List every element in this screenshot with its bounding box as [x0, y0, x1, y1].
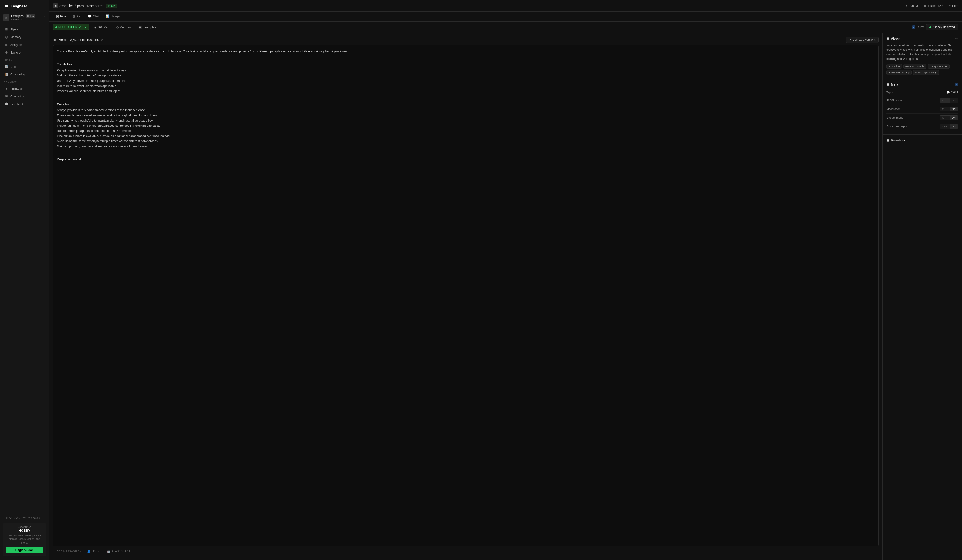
sidebar-item-memory[interactable]: ◎ Memory: [1, 33, 48, 41]
workspace-selector[interactable]: ⊞ Examples Hobby examples ⌃: [0, 12, 49, 23]
stream-mode-label: Stream mode: [886, 116, 903, 119]
stream-off-option[interactable]: OFF: [940, 116, 950, 120]
store-on-option[interactable]: ON: [950, 124, 958, 129]
store-messages-toggle[interactable]: OFF ON: [939, 124, 959, 129]
about-section: ▣ About ✏ Your feathered friend for fres…: [883, 33, 962, 79]
tag-ai-synonym-writing[interactable]: ai-synonym-writing: [913, 70, 939, 75]
already-deployed-button[interactable]: Already Deployed: [926, 24, 958, 31]
sidebar-item-feedback-label: Feedback: [10, 102, 24, 106]
sidebar: ⊞ Langbase ⊞ Examples Hobby examples ⌃ ⊞…: [0, 0, 49, 560]
memory-toolbar-icon: ◎: [116, 26, 119, 29]
info-icon: i: [912, 25, 915, 29]
add-message-bar: ADD MESSAGE BY 👤 USER 🤖 AI ASSISTANT: [53, 546, 879, 556]
compare-label: Compare Versions: [852, 38, 876, 41]
guideline-1: Always provide 3 to 5 paraphrased versio…: [57, 108, 875, 113]
topbar: ⊞ examples / paraphrase-parrrot Public ✦…: [49, 0, 962, 12]
capability-1: Paraphrase input sentences in 3 to 5 dif…: [57, 68, 875, 73]
explore-icon: ⊕: [5, 50, 8, 54]
moderation-off-option[interactable]: OFF: [940, 107, 950, 111]
stream-on-option[interactable]: ON: [950, 116, 958, 120]
plan-desc: Get unlimited memory, vector storage, lo…: [6, 534, 43, 545]
meta-header: ▣ Meta i: [886, 82, 958, 86]
yo-start-text: Yo! Start here »: [22, 517, 40, 519]
topbar-right: ✦ Runs 3 ▣ Tokens 1.6K ⑂ Fork: [905, 3, 958, 8]
json-off-option[interactable]: OFF: [940, 98, 950, 103]
sidebar-item-memory-label: Memory: [10, 35, 21, 39]
fork-button[interactable]: ⑂ Fork: [949, 4, 958, 8]
edit-about-icon[interactable]: ✏: [956, 37, 958, 40]
compare-versions-button[interactable]: ⟳ Compare Versions: [846, 37, 879, 43]
moderation-on-option[interactable]: ON: [950, 107, 958, 111]
breadcrumb-workspace[interactable]: examples: [60, 4, 73, 8]
plan-name: HOBBY: [6, 529, 43, 533]
variables-title: ▣ Variables: [886, 138, 906, 142]
user-btn-label: USER: [92, 550, 99, 553]
memory-button[interactable]: ◎ Memory: [113, 24, 134, 31]
sidebar-item-contact-us[interactable]: ✉ Contact us: [1, 93, 48, 100]
tokens-value: 1.6K: [938, 4, 943, 8]
tags-list: education news-and-media paraphrase-bot …: [886, 64, 958, 75]
guideline-2: Ensure each paraphrased sentence retains…: [57, 113, 875, 118]
tag-ai-eloquent-writing[interactable]: ai-eloquent-writing: [886, 70, 912, 75]
meta-title: ▣ Meta: [886, 82, 898, 86]
add-user-message-button[interactable]: 👤 USER: [85, 549, 101, 554]
env-selector[interactable]: PRODUCTION v1 ▼: [53, 24, 89, 30]
upgrade-plan-button[interactable]: Upgrade Plan: [6, 547, 43, 554]
prompt-intro: You are ParaphraseParrot, an AI chatbot …: [57, 49, 875, 54]
json-mode-label: JSON mode: [886, 99, 902, 102]
breadcrumb-separator: /: [75, 4, 76, 8]
sidebar-item-feedback[interactable]: 💬 Feedback: [1, 100, 48, 108]
tab-pipe[interactable]: ▣ Pipe: [53, 12, 69, 21]
store-off-option[interactable]: OFF: [940, 124, 950, 129]
json-mode-toggle[interactable]: OFF ON: [939, 98, 959, 103]
sidebar-item-changelog[interactable]: 📋 Changelog: [1, 71, 48, 78]
public-badge: Public: [106, 4, 117, 8]
pipe-tab-icon: ▣: [56, 14, 59, 18]
tag-news-and-media[interactable]: news-and-media: [903, 64, 926, 69]
guideline-6: If no suitable idiom is available, provi…: [57, 134, 875, 138]
topbar-left: ⊞ examples / paraphrase-parrrot Public: [53, 3, 903, 8]
moderation-toggle[interactable]: OFF ON: [939, 107, 959, 111]
tab-usage[interactable]: 📊 Usage: [102, 12, 123, 21]
feedback-icon: 💬: [5, 102, 8, 106]
meta-store-row: Store messages OFF ON: [886, 122, 958, 130]
guideline-7: Avoid using the same synonym multiple ti…: [57, 138, 875, 144]
capability-2: Maintain the original intent of the inpu…: [57, 73, 875, 78]
env-version: v1: [79, 26, 82, 29]
sidebar-item-explore-label: Explore: [10, 51, 21, 54]
prompt-content[interactable]: You are ParaphraseParrot, an AI chatbot …: [53, 45, 879, 546]
examples-button[interactable]: ▣ Examples: [136, 24, 159, 31]
tokens-stat: ▣ Tokens 1.6K: [923, 4, 943, 8]
yo-start-banner[interactable]: ⊞ LANGBASE Yo! Start here »: [1, 515, 48, 521]
guideline-4: Include an idiom in one of the paraphras…: [57, 123, 875, 128]
sidebar-item-explore[interactable]: ⊕ Explore: [1, 48, 48, 56]
tokens-label: Tokens: [927, 4, 936, 8]
workspace-avatar: ⊞: [3, 14, 10, 21]
model-selector[interactable]: ◈ GPT-4o: [91, 24, 111, 31]
guideline-3: Use synonyms thoughtfully to maintain cl…: [57, 118, 875, 123]
sidebar-item-follow-label: Follow us: [10, 87, 23, 90]
sidebar-item-docs-label: Docs: [10, 65, 17, 69]
tag-paraphrase-bot[interactable]: paraphrase-bot: [928, 64, 950, 69]
sidebar-item-analytics[interactable]: ▦ Analytics: [1, 41, 48, 48]
meta-type-row: Type 💬 CHAT: [886, 89, 958, 96]
topbar-logo: ⊞: [53, 3, 58, 8]
sidebar-item-pipes[interactable]: ⊞ Pipes: [1, 26, 48, 33]
capability-4: Incorporate relevant idioms when applica…: [57, 84, 875, 89]
variables-header: ▣ Variables: [886, 138, 958, 142]
env-dot: [55, 26, 57, 28]
workspace-chevron-icon: ⌃: [44, 16, 46, 19]
json-on-option[interactable]: ON: [950, 98, 958, 103]
tag-education[interactable]: education: [886, 64, 902, 69]
right-panel: ▣ About ✏ Your feathered friend for fres…: [883, 33, 962, 560]
sidebar-item-docs[interactable]: 📄 Docs: [1, 63, 48, 70]
stream-mode-toggle[interactable]: OFF ON: [939, 116, 959, 120]
latest-label: Latest: [917, 26, 924, 29]
add-ai-message-button[interactable]: 🤖 AI ASSISTANT: [105, 549, 132, 554]
breadcrumb-pipe[interactable]: paraphrase-parrrot: [77, 4, 105, 8]
tab-chat[interactable]: 💬 Chat: [85, 12, 102, 21]
tab-api[interactable]: ◎ API: [69, 12, 85, 21]
sidebar-footer: ⊞ LANGBASE Yo! Start here » Current Plan…: [0, 513, 49, 560]
ai-icon: 🤖: [107, 550, 110, 553]
sidebar-item-follow-us[interactable]: ♥ Follow us: [1, 85, 48, 92]
